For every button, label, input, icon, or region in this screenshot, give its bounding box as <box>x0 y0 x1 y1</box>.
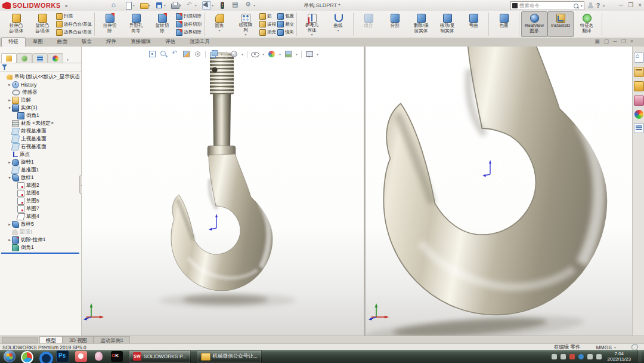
apply-scene-icon[interactable] <box>284 50 292 58</box>
expander-closed-icon[interactable]: ▸ <box>7 82 12 87</box>
taskbar-app-cam[interactable] <box>93 351 105 362</box>
tree-item-front-plane[interactable]: 前视基准面 <box>0 127 81 135</box>
tree-item-body-chamfer1[interactable]: 倒角1 <box>0 112 81 119</box>
print-button[interactable]: ▾ <box>171 1 182 10</box>
zoom-fit-icon[interactable] <box>148 50 156 58</box>
search-icon[interactable] <box>573 3 579 9</box>
volume-icon[interactable] <box>587 354 593 359</box>
delete-keep-body-button[interactable]: 删除/保 留实体 <box>408 11 434 37</box>
unit-system-selector[interactable]: MMGS ▾ <box>596 344 616 350</box>
reference-geometry-button[interactable]: 参考几 何体▾ <box>299 11 325 37</box>
taskbar-app-browser360[interactable] <box>20 351 32 362</box>
network-icon[interactable] <box>596 354 602 359</box>
boundary-cut-button[interactable]: 边界切除 <box>176 29 202 36</box>
taskpane-appearances-icon[interactable] <box>634 110 643 119</box>
expander-closed-icon[interactable]: ▸ <box>7 222 12 227</box>
dropdown-caret-icon[interactable]: ▾ <box>296 53 298 56</box>
save-button[interactable]: ▾ <box>155 1 166 10</box>
revolved-cut-button[interactable]: 旋转切 除 <box>149 11 175 37</box>
close-button[interactable]: × <box>638 1 642 9</box>
instant3d-toggle[interactable]: Instant3D <box>547 11 574 37</box>
tree-item-revolve1[interactable]: ▸旋转1 <box>0 158 81 166</box>
doc-new-window-icon[interactable]: ▣ <box>595 38 600 44</box>
tab-sketch[interactable]: 草图 <box>26 37 50 47</box>
display-style-icon[interactable] <box>230 50 238 58</box>
tree-filter-bar[interactable] <box>0 63 81 72</box>
menu-flyout-arrow[interactable]: ▸ <box>66 3 68 8</box>
tree-item-plane1[interactable]: 基准面1 <box>0 166 81 174</box>
show-desktop-button[interactable] <box>637 350 642 362</box>
doc-restore-button[interactable]: ❐ <box>621 38 626 44</box>
edit-appearance-icon[interactable] <box>268 50 275 58</box>
dropdown-caret-icon[interactable]: ▾ <box>221 53 222 56</box>
tree-item-history[interactable]: ▸History <box>0 81 81 88</box>
file-properties-button[interactable] <box>231 1 240 10</box>
tray-app-blue-icon[interactable] <box>578 354 584 359</box>
revolved-boss-base-button[interactable]: 旋转凸 台/基体 <box>29 11 55 37</box>
expander-closed-icon[interactable]: ▸ <box>7 238 12 242</box>
hide-show-icon[interactable] <box>251 50 259 58</box>
tree-item-loft1[interactable]: ▾放样1 <box>0 174 81 182</box>
doc-minimize-button[interactable]: ─ <box>613 38 617 44</box>
view-settings-icon[interactable] <box>305 50 313 58</box>
tab-features[interactable]: 特征 <box>1 37 26 47</box>
dropdown-caret-icon[interactable]: ▾ <box>317 53 318 56</box>
extruded-cut-button[interactable]: 拉伸切 除 <box>97 11 123 37</box>
expander-closed-icon[interactable]: ▸ <box>7 98 12 103</box>
taskbar-clock[interactable]: 7:04 2022/11/23 <box>608 351 631 362</box>
wrap-button[interactable]: 包覆 <box>277 13 294 20</box>
taskpane-view-palette-icon[interactable] <box>634 96 644 106</box>
wrap-button-2[interactable]: 包覆 <box>491 11 517 37</box>
lofted-cut-button[interactable]: 放样切割 <box>176 21 202 28</box>
dropdown-caret-icon[interactable]: ▾ <box>279 53 281 56</box>
tree-item-chamfer1[interactable]: 倒角1 <box>0 244 81 251</box>
restore-button[interactable]: ❐ <box>628 1 633 9</box>
tab-weldments[interactable]: 焊件 <box>99 37 123 47</box>
taskbar-app-photoshop[interactable]: Ps <box>56 350 69 362</box>
tree-item-sketch6[interactable]: 草图6 <box>0 189 81 197</box>
tree-item-sketch2[interactable]: 草图2 <box>0 182 81 189</box>
tree-item-part[interactable]: 吊钩 (默认<<默认>_显示状态 1>) <box>0 73 81 81</box>
expander-closed-icon[interactable]: ▸ <box>7 160 12 165</box>
realview-graphics-toggle[interactable]: RealView 图形 <box>521 11 547 37</box>
combine-button[interactable]: 组合 <box>355 11 382 37</box>
boundary-boss-button[interactable]: 边界凸台/基体 <box>56 29 92 36</box>
rebuild-button[interactable] <box>218 1 227 10</box>
view-orientation-icon[interactable] <box>209 50 217 58</box>
rib-button[interactable]: 筋 <box>259 13 276 20</box>
tree-item-cut-extrude1[interactable]: ▸切除-拉伸1 <box>0 236 81 244</box>
tab-featuremanager-tree[interactable] <box>1 53 17 63</box>
login-icon[interactable] <box>587 2 593 9</box>
move-copy-body-button[interactable]: 移动/复 制实体 <box>434 11 460 37</box>
tree-item-material[interactable]: 材质 <未指定> <box>0 119 81 127</box>
swept-boss-button[interactable]: 扫描 <box>56 13 92 20</box>
expander-open-icon[interactable]: ▾ <box>7 176 12 180</box>
help-caret[interactable]: ▾ <box>603 4 605 8</box>
expander-open-icon[interactable]: ▾ <box>7 106 12 110</box>
options-button[interactable]: ▾ <box>244 1 256 10</box>
taskbar-window-solidworks[interactable]: SWSOLIDWORKS P... <box>129 350 191 363</box>
taskpane-resources-icon[interactable] <box>634 53 644 63</box>
new-document-button[interactable]: ▾ <box>124 1 135 10</box>
taskbar-app-recorder[interactable]: OK <box>111 351 123 362</box>
zoom-area-icon[interactable] <box>160 50 168 58</box>
tree-item-top-plane[interactable]: 上视基准面 <box>0 135 81 143</box>
viewport-left[interactable]: ▾▾▾▾▾▾ <box>82 47 364 336</box>
search-input[interactable]: 搜索命令 ▾ <box>510 1 584 10</box>
dropdown-caret-icon[interactable]: ▾ <box>262 53 264 56</box>
tree-item-origin[interactable]: 原点 <box>0 150 81 158</box>
tab-scrollbar[interactable] <box>2 337 38 343</box>
dropdown-caret-icon[interactable]: ▾ <box>242 53 243 56</box>
flex-button[interactable]: 弯曲 <box>460 11 487 37</box>
linear-pattern-button[interactable]: 线性阵 列▾ <box>233 11 259 37</box>
more-tabs-chevron[interactable]: › <box>67 57 69 63</box>
tray-arrow-icon[interactable] <box>561 354 566 359</box>
fillet-button[interactable]: 圆角▾ <box>206 11 233 37</box>
extruded-boss-base-button[interactable]: 拉伸凸 台/基体 <box>3 11 29 37</box>
tab-surfaces[interactable]: 曲面 <box>50 37 75 47</box>
home-button[interactable] <box>111 1 120 10</box>
lofted-boss-button[interactable]: 放样凸台/基体 <box>56 21 92 28</box>
tab-evaluate[interactable]: 评估 <box>158 37 182 47</box>
tree-item-sketch7[interactable]: 草图7 <box>0 205 81 213</box>
tray-app-red-icon[interactable] <box>569 354 575 359</box>
